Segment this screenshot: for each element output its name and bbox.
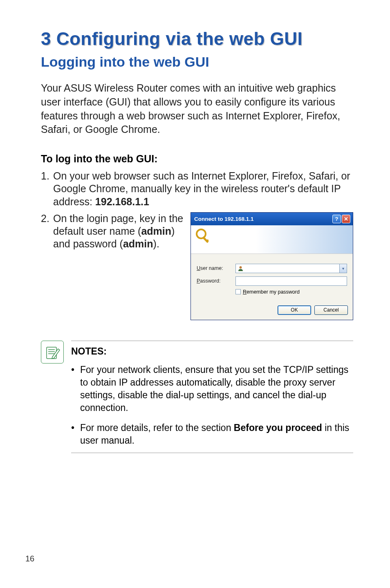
- dialog-titlebar: Connect to 192.168.1.1 ? ✕: [191, 213, 353, 225]
- step-2-text: On the login page, key in the default us…: [53, 212, 185, 251]
- notes-label: NOTES:: [71, 346, 353, 357]
- step-1: 1. On your web browser such as Internet …: [41, 170, 353, 208]
- username-label: User name:: [197, 265, 235, 271]
- chapter-title: 3 Configuring via the web GUI: [41, 29, 353, 49]
- person-icon: [238, 265, 244, 272]
- dialog-header-graphic: [191, 225, 353, 254]
- subheading: To log into the web GUI:: [41, 153, 353, 165]
- password-label-rest: assword:: [200, 278, 220, 284]
- step-2-admin1: admin: [141, 225, 171, 237]
- bullet-mark: •: [71, 364, 80, 414]
- password-row: Password:: [197, 276, 347, 286]
- notes-bullet-1: • For your network clients, ensure that …: [71, 364, 353, 414]
- password-label: Password:: [197, 278, 235, 284]
- notes-bullet-1-text: For your network clients, ensure that yo…: [80, 364, 353, 414]
- remember-row: Remember my password: [235, 289, 347, 295]
- username-label-rest: ser name:: [200, 265, 223, 271]
- step-2: 2. On the login page, key in the default…: [41, 212, 185, 251]
- login-dialog: Connect to 192.168.1.1 ? ✕ User name: [191, 212, 353, 320]
- section-title: Logging into the web GUI: [41, 54, 353, 70]
- step-2-number: 2.: [41, 212, 53, 225]
- dialog-help-button[interactable]: ?: [332, 215, 341, 223]
- dialog-title: Connect to 192.168.1.1: [194, 216, 254, 222]
- notes-colon: :: [103, 346, 107, 357]
- password-input[interactable]: [235, 276, 347, 286]
- svg-point-3: [240, 266, 242, 269]
- remember-rest: emember my password: [247, 289, 300, 295]
- notes-bullet-2-bold: Before you proceed: [234, 422, 322, 433]
- step-1-text: On your web browser such as Internet Exp…: [53, 170, 353, 208]
- notes-box: NOTES: • For your network clients, ensur…: [41, 341, 353, 453]
- remember-label: Remember my password: [243, 289, 300, 295]
- step-2-admin2: admin: [123, 238, 153, 249]
- page-number: 16: [25, 554, 34, 563]
- intro-paragraph: Your ASUS Wireless Router comes with an …: [41, 81, 353, 137]
- notes-label-text: NOTES: [71, 346, 103, 357]
- step-1-number: 1.: [41, 170, 53, 182]
- key-icon: [195, 228, 213, 246]
- username-input[interactable]: [235, 264, 339, 273]
- dialog-close-button[interactable]: ✕: [342, 215, 350, 223]
- username-combo[interactable]: ▾: [235, 264, 347, 273]
- remember-checkbox[interactable]: [235, 289, 241, 294]
- username-row: User name: ▾: [197, 264, 347, 273]
- step-1-ip: 192.168.1.1: [95, 196, 149, 207]
- remember-r: R: [243, 289, 247, 295]
- notes-icon: [41, 341, 64, 364]
- notes-bullet-2-pre: For more details, refer to the section: [80, 422, 234, 433]
- bullet-mark: •: [71, 422, 80, 447]
- notes-bullet-2-text: For more details, refer to the section B…: [80, 422, 353, 447]
- username-label-u: U: [197, 265, 200, 271]
- step-2-post: ).: [153, 238, 159, 249]
- cancel-button[interactable]: Cancel: [314, 305, 348, 315]
- notes-bullet-2: • For more details, refer to the section…: [71, 422, 353, 447]
- ok-button[interactable]: OK: [278, 305, 311, 315]
- username-dropdown-button[interactable]: ▾: [339, 264, 347, 273]
